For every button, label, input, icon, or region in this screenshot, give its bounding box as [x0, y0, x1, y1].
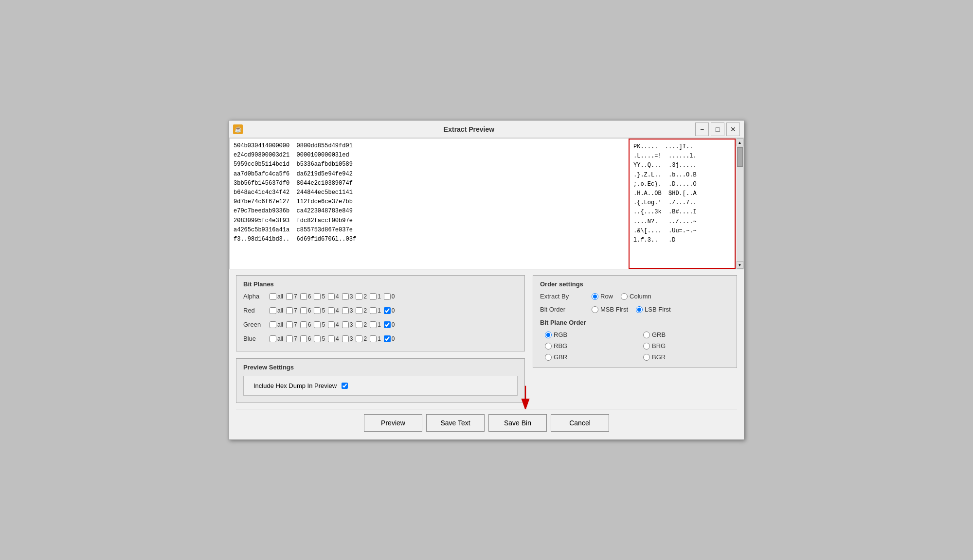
minimize-button[interactable]: −: [695, 122, 709, 136]
close-button[interactable]: ✕: [726, 122, 740, 136]
lsb-first-option[interactable]: LSB First: [636, 306, 670, 313]
green-6[interactable]: 6: [300, 321, 311, 328]
red-2[interactable]: 2: [356, 307, 367, 314]
alpha-2[interactable]: 2: [356, 293, 367, 300]
red-all[interactable]: all: [270, 307, 283, 314]
red-1[interactable]: 1: [370, 307, 381, 314]
extract-by-row-option[interactable]: Row: [592, 293, 613, 300]
alpha-row: Alpha all 7 6 5 4 3 2 1 0: [243, 293, 518, 300]
extract-by-label: Extract By: [540, 293, 584, 300]
save-text-button[interactable]: Save Text: [426, 414, 485, 432]
lsb-label: LSB First: [645, 306, 670, 313]
extract-by-column-option[interactable]: Column: [621, 293, 651, 300]
blue-0[interactable]: 0: [384, 335, 395, 342]
hex-panel: 504b030414000000 0800dd855d49fd91 e24cd9…: [230, 139, 629, 269]
bit-plane-order-grid: RGB GRB RBG BRG: [545, 331, 730, 361]
alpha-5[interactable]: 5: [314, 293, 325, 300]
green-0[interactable]: 0: [384, 321, 395, 328]
down-arrow-icon: [516, 385, 535, 409]
blue-4[interactable]: 4: [328, 335, 339, 342]
order-settings-title: Order settings: [540, 280, 730, 288]
rbg-option[interactable]: RBG: [545, 342, 631, 350]
blue-5[interactable]: 5: [314, 335, 325, 342]
green-label: Green: [243, 321, 268, 328]
alpha-4[interactable]: 4: [328, 293, 339, 300]
scrollbar-thumb[interactable]: [737, 147, 743, 167]
footer: Preview Save Text Save Bin Cancel: [229, 409, 744, 439]
preview-settings-inner: Include Hex Dump In Preview: [243, 376, 518, 396]
rgb-option[interactable]: RGB: [545, 331, 631, 338]
red-6[interactable]: 6: [300, 307, 311, 314]
brg-option[interactable]: BRG: [643, 342, 730, 350]
gbr-label: GBR: [554, 353, 567, 361]
scrollbar-down-button[interactable]: ▼: [737, 261, 743, 269]
red-7[interactable]: 7: [286, 307, 297, 314]
msb-first-option[interactable]: MSB First: [592, 306, 628, 313]
scrollbar: ▲ ▼: [736, 139, 743, 269]
blue-2[interactable]: 2: [356, 335, 367, 342]
preview-area: 504b030414000000 0800dd855d49fd91 e24cd9…: [229, 138, 744, 269]
main-window: ☕ Extract Preview − □ ✕ 504b030414000000…: [229, 120, 744, 440]
bit-plane-order-title: Bit Plane Order: [540, 319, 730, 326]
alpha-checkboxes: all 7 6 5 4 3 2 1 0: [270, 293, 397, 300]
scrollbar-up-button[interactable]: ▲: [737, 139, 743, 146]
red-label: Red: [243, 307, 268, 314]
main-content: Bit Planes Alpha all 7 6 5 4 3 2 1 0: [229, 269, 744, 409]
app-icon: ☕: [233, 124, 243, 134]
preview-button[interactable]: Preview: [364, 414, 422, 432]
blue-3[interactable]: 3: [342, 335, 353, 342]
grb-option[interactable]: GRB: [643, 331, 730, 338]
blue-1[interactable]: 1: [370, 335, 381, 342]
gbr-option[interactable]: GBR: [545, 353, 631, 361]
include-hex-checkbox[interactable]: [342, 383, 348, 389]
alpha-1[interactable]: 1: [370, 293, 381, 300]
green-5[interactable]: 5: [314, 321, 325, 328]
arrow-indicator: [516, 385, 535, 409]
column-label: Column: [630, 293, 651, 300]
green-7[interactable]: 7: [286, 321, 297, 328]
blue-row: Blue all 7 6 5 4 3 2 1 0: [243, 335, 518, 342]
alpha-label: Alpha: [243, 293, 268, 300]
red-4[interactable]: 4: [328, 307, 339, 314]
bgr-option[interactable]: BGR: [643, 353, 730, 361]
brg-label: BRG: [652, 342, 666, 350]
blue-7[interactable]: 7: [286, 335, 297, 342]
window-title: Extract Preview: [243, 125, 695, 133]
red-5[interactable]: 5: [314, 307, 325, 314]
preview-settings-section: Preview Settings Include Hex Dump In Pre…: [236, 358, 525, 403]
right-panel: Order settings Extract By Row Column Bi: [533, 275, 737, 403]
maximize-button[interactable]: □: [711, 122, 724, 136]
alpha-0[interactable]: 0: [384, 293, 395, 300]
preview-settings-title: Preview Settings: [243, 364, 518, 371]
green-all[interactable]: all: [270, 321, 283, 328]
extract-by-row: Extract By Row Column: [540, 293, 730, 300]
bit-plane-order-section: Bit Plane Order RGB GRB RBG: [540, 319, 730, 361]
title-bar: ☕ Extract Preview − □ ✕: [229, 121, 744, 138]
green-1[interactable]: 1: [370, 321, 381, 328]
bit-planes-title: Bit Planes: [243, 280, 518, 288]
red-0[interactable]: 0: [384, 307, 395, 314]
cancel-button[interactable]: Cancel: [551, 414, 609, 432]
green-3[interactable]: 3: [342, 321, 353, 328]
red-3[interactable]: 3: [342, 307, 353, 314]
alpha-7[interactable]: 7: [286, 293, 297, 300]
alpha-3[interactable]: 3: [342, 293, 353, 300]
row-label: Row: [600, 293, 613, 300]
green-4[interactable]: 4: [328, 321, 339, 328]
alpha-all[interactable]: all: [270, 293, 283, 300]
green-checkboxes: all 7 6 5 4 3 2 1 0: [270, 321, 397, 328]
alpha-6[interactable]: 6: [300, 293, 311, 300]
bit-order-label: Bit Order: [540, 306, 584, 313]
rgb-label: RGB: [554, 331, 567, 338]
scrollbar-track[interactable]: [737, 146, 743, 261]
grb-label: GRB: [652, 331, 666, 338]
blue-6[interactable]: 6: [300, 335, 311, 342]
text-panel: PK..... ....]I.. .L....=! ......l. YY..Q…: [629, 139, 736, 269]
green-row: Green all 7 6 5 4 3 2 1 0: [243, 321, 518, 328]
blue-all[interactable]: all: [270, 335, 283, 342]
green-2[interactable]: 2: [356, 321, 367, 328]
bit-planes-section: Bit Planes Alpha all 7 6 5 4 3 2 1 0: [236, 275, 525, 351]
red-row: Red all 7 6 5 4 3 2 1 0: [243, 307, 518, 314]
save-bin-button[interactable]: Save Bin: [488, 414, 547, 432]
include-hex-label: Include Hex Dump In Preview: [253, 382, 337, 389]
